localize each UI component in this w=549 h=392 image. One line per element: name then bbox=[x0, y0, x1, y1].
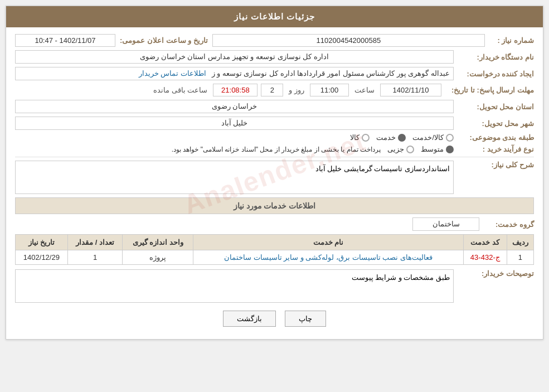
ijad-konande-link[interactable]: اطلاعات تماس خریدار bbox=[139, 69, 206, 78]
ostan-label: استان محل تحویل: bbox=[456, 103, 534, 111]
tarikh-value: 1402/11/07 - 10:47 bbox=[15, 34, 115, 47]
page-title: جزئیات اطلاعات نیاز bbox=[6, 6, 543, 27]
ijad-konande-value: عبداله گوهری پور کارشناس مسئول امور قرار… bbox=[15, 67, 454, 80]
cell-name: فعالیت‌های نصب تاسیسات برق، لوله‌کشی و س… bbox=[193, 250, 464, 265]
tabaqe-radio-group: کالا/خدمت خدمت کالا bbox=[15, 133, 454, 142]
radio-khedmat-item[interactable]: خدمت bbox=[376, 133, 406, 142]
tarikh-label: تاریخ و ساعت اعلان عمومی: bbox=[120, 36, 208, 45]
cell-count: 1 bbox=[67, 250, 123, 265]
radio-motavasset-dot bbox=[446, 146, 454, 153]
cell-radif: 1 bbox=[507, 250, 533, 265]
grohe-value: ساختمان bbox=[412, 217, 479, 231]
nam-dastgah-value: اداره کل نوسازی توسعه و تجهیز مدارس استا… bbox=[15, 50, 454, 64]
tosiyat-textarea[interactable]: طبق مشخصات و شرایط پیوست bbox=[15, 269, 454, 303]
radio-kala-item[interactable]: کالا bbox=[350, 133, 370, 142]
print-button[interactable]: چاپ bbox=[285, 311, 326, 327]
cell-code: ج-432-43 bbox=[463, 250, 507, 265]
mohlat-label: مهلت ارسال پاسخ: تا تاریخ: bbox=[445, 86, 534, 94]
radio-jozyi-item[interactable]: جزیی bbox=[387, 145, 414, 153]
col-name: نام خدمت bbox=[193, 235, 464, 250]
shahr-value: خلیل آباد bbox=[15, 117, 454, 130]
radio-kala-khedmat-dot bbox=[446, 134, 454, 142]
khadamat-header: اطلاعات خدمات مورد نیاز bbox=[15, 197, 534, 214]
tosiyat-label: توصیحات خریدار: bbox=[456, 269, 534, 278]
cell-unit: پروژه bbox=[123, 250, 193, 265]
remaining-label: ساعت باقی مانده bbox=[153, 86, 207, 94]
rooz-label: روز و bbox=[289, 86, 304, 94]
col-count: تعداد / مقدار bbox=[67, 235, 123, 250]
radio-jozyi-label: جزیی bbox=[387, 145, 404, 153]
radio-motavasset-item[interactable]: متوسط bbox=[421, 145, 454, 153]
remaining-value: 21:08:58 bbox=[213, 84, 258, 96]
type-radio-group: متوسط جزیی پرداخت تمام یا بخشی از مبلغ خ… bbox=[15, 145, 454, 153]
ijad-konande-label: ایجاد کننده درخواست: bbox=[456, 70, 534, 78]
back-button[interactable]: بازگشت bbox=[223, 311, 276, 327]
shomara-niaz-label: شماره نیاز : bbox=[489, 36, 534, 45]
sharh-label: شرح کلی نیاز: bbox=[456, 161, 534, 169]
col-unit: واحد اندازه گیری bbox=[123, 235, 193, 250]
type-note: پرداخت تمام یا بخشی از مبلغ خریدار از مح… bbox=[172, 146, 381, 153]
saat-label: ساعت bbox=[354, 86, 375, 94]
col-radif: ردیف bbox=[507, 235, 533, 250]
radio-kala-khedmat-label: کالا/خدمت bbox=[412, 133, 444, 142]
col-code: کد خدمت bbox=[463, 235, 507, 250]
radio-kala-label: کالا bbox=[350, 133, 359, 142]
radio-khedmat-label: خدمت bbox=[376, 133, 396, 142]
date-value: 1402/11/10 bbox=[380, 84, 441, 96]
radio-motavasset-label: متوسط bbox=[421, 145, 444, 153]
tabaqe-label: طبقه بندی موضوعی: bbox=[456, 133, 534, 142]
footer-buttons: چاپ بازگشت bbox=[15, 311, 534, 332]
type-label: نوع فرآیند خرید : bbox=[456, 145, 534, 153]
col-date: تاریخ نیاز bbox=[16, 235, 68, 250]
nam-dastgah-label: نام دستگاه خریدار: bbox=[456, 53, 534, 61]
table-row: 1ج-432-43فعالیت‌های نصب تاسیسات برق، لول… bbox=[16, 250, 534, 265]
saat-value: 11:00 bbox=[310, 84, 349, 96]
grohe-label: گروه خدمت: bbox=[484, 220, 534, 229]
ostan-value: خراسان رضوی bbox=[15, 100, 454, 113]
radio-kala-khedmat-item[interactable]: کالا/خدمت bbox=[412, 133, 454, 142]
shahr-label: شهر محل تحویل: bbox=[456, 119, 534, 128]
sharh-textarea[interactable]: استانداردسازی تاسیسات گرمایشی خلیل آباد bbox=[15, 161, 454, 194]
divider1 bbox=[15, 157, 534, 157]
shomara-niaz-value: 1102004542000585 bbox=[212, 34, 485, 47]
cell-date: 1402/12/29 bbox=[16, 250, 68, 265]
rooz-value: 2 bbox=[261, 84, 283, 96]
radio-khedmat-dot bbox=[398, 134, 406, 142]
services-table: ردیف کد خدمت نام خدمت واحد اندازه گیری ت… bbox=[15, 234, 534, 265]
radio-jozyi-dot bbox=[406, 146, 414, 153]
radio-kala-dot bbox=[362, 134, 370, 142]
